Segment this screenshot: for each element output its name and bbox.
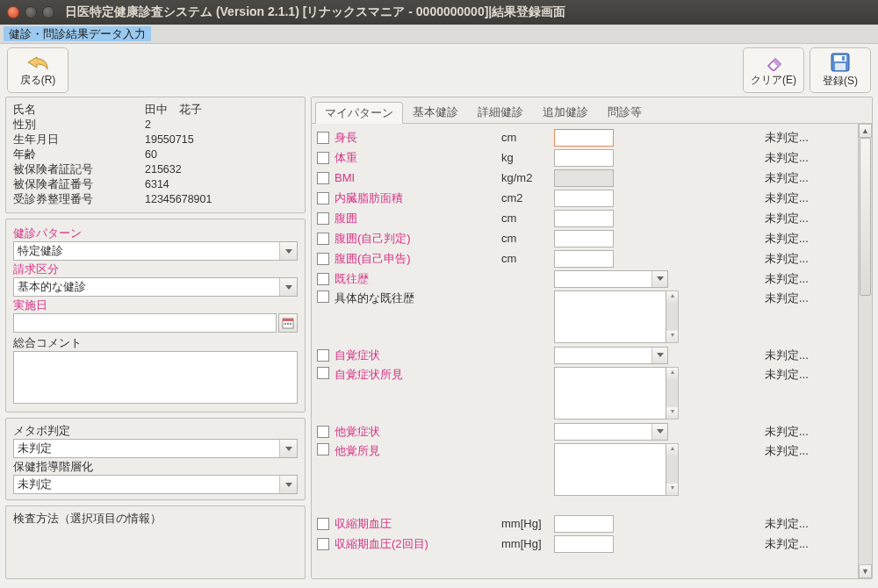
row-label: 自覚症状所見 xyxy=(335,367,501,383)
floppy-icon xyxy=(831,53,850,72)
billing-label: 請求区分 xyxy=(13,262,298,277)
row-value-input[interactable] xyxy=(554,190,614,207)
billing-select[interactable]: 基本的な健診 xyxy=(13,277,298,297)
tab-2[interactable]: 詳細健診 xyxy=(468,101,533,123)
results-panel: マイパターン基本健診詳細健診追加健診問診等 身長cm未判定...体重kg未判定.… xyxy=(311,97,873,579)
metabo-label: メタボ判定 xyxy=(13,424,298,439)
window-close-button[interactable] xyxy=(7,6,19,18)
row-value-input[interactable] xyxy=(554,129,614,147)
row-value-select[interactable] xyxy=(554,270,668,288)
row-checkbox[interactable] xyxy=(317,273,329,285)
row-status: 未判定... xyxy=(765,130,853,146)
result-row: 体重kg未判定... xyxy=(312,147,858,168)
guidance-select[interactable]: 未判定 xyxy=(13,475,298,494)
chevron-down-icon xyxy=(651,424,667,440)
clear-button[interactable]: クリア(E) xyxy=(743,47,804,93)
row-checkbox[interactable] xyxy=(317,233,329,245)
vertical-scrollbar[interactable]: ▲ ▼ xyxy=(858,124,872,578)
row-value-input[interactable] xyxy=(554,230,614,247)
scroll-thumb[interactable] xyxy=(860,138,871,296)
row-value-textarea[interactable] xyxy=(554,367,666,419)
row-checkbox[interactable] xyxy=(317,349,329,362)
result-row: 身長cm未判定... xyxy=(312,127,858,147)
row-status: 未判定... xyxy=(765,516,853,532)
method-info-label: 検査方法（選択項目の情報） xyxy=(13,512,298,527)
row-checkbox[interactable] xyxy=(317,367,329,379)
row-checkbox[interactable] xyxy=(317,253,329,265)
textarea-scrollbar[interactable]: ▴▾ xyxy=(666,367,679,419)
result-row: 腹囲(自己判定)cm未判定... xyxy=(312,228,858,248)
result-row: 腹囲cm未判定... xyxy=(312,208,858,228)
row-checkbox[interactable] xyxy=(317,443,329,455)
row-checkbox[interactable] xyxy=(317,172,329,184)
metabo-select[interactable]: 未判定 xyxy=(13,439,298,458)
textarea-scrollbar[interactable]: ▴▾ xyxy=(666,443,679,496)
back-button[interactable]: 戻る(R) xyxy=(7,47,68,93)
result-row: 具体的な既往歴▴▾未判定... xyxy=(312,289,858,345)
chevron-down-icon xyxy=(279,242,297,260)
row-value-select[interactable] xyxy=(554,423,668,441)
row-unit: cm xyxy=(501,131,554,144)
row-value-input[interactable] xyxy=(554,149,614,167)
row-label: 既往歴 xyxy=(335,271,501,287)
row-value-textarea[interactable] xyxy=(554,443,666,496)
result-row: 他覚所見▴▾未判定... xyxy=(312,441,858,498)
scroll-down-button[interactable]: ▼ xyxy=(859,564,872,578)
row-checkbox[interactable] xyxy=(317,152,329,164)
row-checkbox[interactable] xyxy=(317,518,329,530)
row-checkbox[interactable] xyxy=(317,538,329,550)
result-row: 内臓脂肪面積cm2未判定... xyxy=(312,188,858,208)
patient-info-panel: 氏名田中 花子 性別2 生年月日19550715 年齢60 被保険者証記号215… xyxy=(5,97,306,213)
exam-settings-panel: 健診パターン 特定健診 請求区分 基本的な健診 実施日 総合コメント xyxy=(5,219,306,412)
calendar-icon xyxy=(282,317,294,329)
row-value-textarea[interactable] xyxy=(554,290,666,343)
save-button[interactable]: 登録(S) xyxy=(810,47,871,93)
row-status: 未判定... xyxy=(765,251,853,267)
row-checkbox[interactable] xyxy=(317,290,329,303)
row-value-select[interactable] xyxy=(554,347,668,364)
row-checkbox[interactable] xyxy=(317,212,329,225)
chevron-down-icon xyxy=(279,278,297,296)
row-checkbox[interactable] xyxy=(317,192,329,204)
comment-textarea[interactable] xyxy=(13,351,298,404)
chevron-down-icon xyxy=(279,476,297,493)
row-unit: mm[Hg] xyxy=(501,517,554,530)
result-row: BMIkg/m2未判定... xyxy=(312,168,858,188)
patient-ticket-label: 受診券整理番号 xyxy=(13,192,145,207)
page-tab-active[interactable]: 健診・問診結果データ入力 xyxy=(4,26,151,41)
row-unit: cm2 xyxy=(501,191,554,204)
pattern-select[interactable]: 特定健診 xyxy=(13,241,298,261)
page-tab-header: 健診・問診結果データ入力 xyxy=(0,25,878,44)
patient-ticket-value: 12345678901 xyxy=(145,192,212,207)
tab-4[interactable]: 問診等 xyxy=(598,101,651,123)
textarea-scrollbar[interactable]: ▴▾ xyxy=(666,290,679,343)
row-unit: cm xyxy=(501,212,554,225)
row-checkbox[interactable] xyxy=(317,132,329,144)
row-checkbox[interactable] xyxy=(317,426,329,438)
tab-1[interactable]: 基本健診 xyxy=(403,101,468,123)
row-label: 収縮期血圧 xyxy=(335,516,501,532)
row-unit: kg xyxy=(501,151,554,164)
chevron-down-icon xyxy=(279,440,297,457)
svg-rect-7 xyxy=(287,323,289,325)
row-value-input[interactable] xyxy=(554,210,614,227)
patient-sex-value: 2 xyxy=(145,118,151,133)
patient-ins-number-label: 被保険者証番号 xyxy=(13,177,145,192)
row-status: 未判定... xyxy=(765,424,853,440)
calendar-button[interactable] xyxy=(278,313,298,333)
row-value-input[interactable] xyxy=(554,535,614,553)
exam-date-input[interactable] xyxy=(13,313,277,333)
patient-age-value: 60 xyxy=(145,147,157,162)
window-maximize-button[interactable] xyxy=(42,6,54,18)
row-value-input[interactable] xyxy=(554,515,614,533)
scroll-up-button[interactable]: ▲ xyxy=(859,124,872,138)
tab-3[interactable]: 追加健診 xyxy=(533,101,598,123)
patient-dob-label: 生年月日 xyxy=(13,133,145,147)
window-minimize-button[interactable] xyxy=(25,6,37,18)
pattern-label: 健診パターン xyxy=(13,226,298,241)
row-label: 体重 xyxy=(335,150,501,166)
svg-rect-6 xyxy=(284,323,286,325)
row-value-input[interactable] xyxy=(554,250,614,268)
tab-0[interactable]: マイパターン xyxy=(315,102,403,124)
result-row: 既往歴未判定... xyxy=(312,269,858,289)
